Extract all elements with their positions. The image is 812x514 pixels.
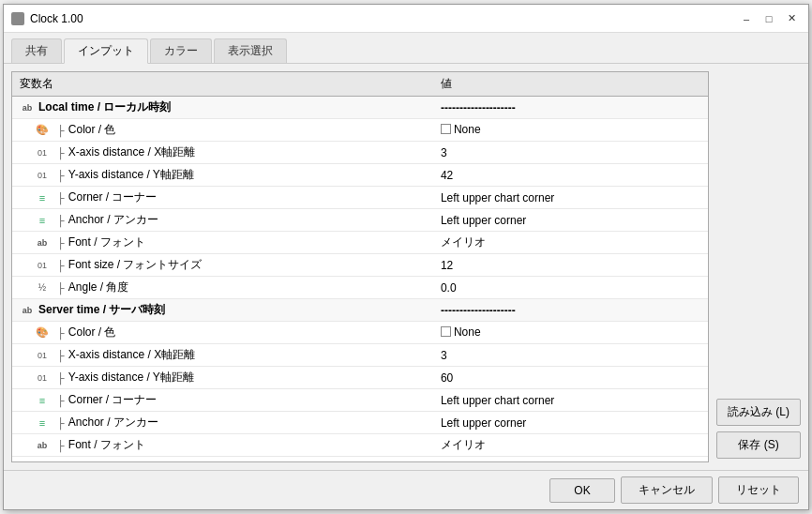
table-row[interactable]: 🎨├Color / 色None <box>12 322 708 344</box>
table-row[interactable]: 01├Y-axis distance / Y軸距離42 <box>12 164 708 187</box>
cell-value: 12 <box>433 457 708 463</box>
table-row[interactable]: 01├Font size / フォントサイズ12 <box>12 457 708 463</box>
cancel-button[interactable]: キャンセル <box>621 476 713 504</box>
table-row[interactable]: ab├Font / フォントメイリオ <box>12 434 708 457</box>
cell-name: abLocal time / ローカル時刻 <box>12 97 433 119</box>
table-header-row: 変数名 値 <box>12 72 708 97</box>
cell-name: ab├Font / フォント <box>12 232 433 254</box>
table-row[interactable]: 01├Font size / フォントサイズ12 <box>12 254 708 277</box>
table-row[interactable]: 01├X-axis distance / X軸距離3 <box>12 344 708 367</box>
window-title: Clock 1.00 <box>30 12 83 25</box>
content-area: 変数名 値 abLocal time / ローカル時刻-------------… <box>4 64 808 470</box>
cell-value: Left upper corner <box>433 209 708 232</box>
cell-value: Left upper chart corner <box>433 389 708 412</box>
cell-value: -------------------- <box>433 97 708 119</box>
cell-name: 🎨├Color / 色 <box>12 119 433 142</box>
cell-name: ≡├Corner / コーナー <box>12 389 433 412</box>
table-row[interactable]: ≡├Anchor / アンカーLeft upper corner <box>12 412 708 434</box>
main-window: Clock 1.00 – □ ✕ 共有 インプット カラー 表示選択 変数名 値 <box>3 4 809 510</box>
footer: OK キャンセル リセット <box>4 470 808 509</box>
titlebar: Clock 1.00 – □ ✕ <box>4 5 808 33</box>
tab-display[interactable]: 表示選択 <box>214 38 287 63</box>
cell-value: 3 <box>433 344 708 367</box>
tab-share[interactable]: 共有 <box>11 38 62 63</box>
titlebar-controls: – □ ✕ <box>737 10 801 27</box>
cell-value: 12 <box>433 254 708 277</box>
cell-name: abServer time / サーバ時刻 <box>12 299 433 322</box>
cell-name: 01├Font size / フォントサイズ <box>12 457 433 463</box>
ok-button[interactable]: OK <box>549 478 615 503</box>
table-row[interactable]: abLocal time / ローカル時刻-------------------… <box>12 97 708 119</box>
col-name-header: 変数名 <box>12 72 433 97</box>
cell-name: 01├X-axis distance / X軸距離 <box>12 344 433 367</box>
table-row[interactable]: ≡├Corner / コーナーLeft upper chart corner <box>12 389 708 412</box>
cell-name: ≡├Anchor / アンカー <box>12 209 433 232</box>
cell-name: ≡├Corner / コーナー <box>12 187 433 209</box>
titlebar-left: Clock 1.00 <box>11 12 83 25</box>
close-button[interactable]: ✕ <box>782 10 801 27</box>
cell-name: 01├Font size / フォントサイズ <box>12 254 433 277</box>
cell-name: ab├Font / フォント <box>12 434 433 457</box>
cell-name: 🎨├Color / 色 <box>12 322 433 344</box>
maximize-button[interactable]: □ <box>759 10 778 27</box>
cell-name: ½├Angle / 角度 <box>12 277 433 299</box>
cell-value: メイリオ <box>433 232 708 254</box>
cell-value: 42 <box>433 164 708 187</box>
cell-name: ≡├Anchor / アンカー <box>12 412 433 434</box>
table-row[interactable]: 01├Y-axis distance / Y軸距離60 <box>12 367 708 389</box>
save-button[interactable]: 保存 (S) <box>716 431 801 459</box>
table-row[interactable]: 01├X-axis distance / X軸距離3 <box>12 142 708 164</box>
reset-button[interactable]: リセット <box>718 476 799 504</box>
cell-value: None <box>433 119 708 142</box>
cell-value: None <box>433 322 708 344</box>
minimize-button[interactable]: – <box>737 10 756 27</box>
app-icon <box>11 12 24 25</box>
cell-value: Left upper chart corner <box>433 187 708 209</box>
table-row[interactable]: ½├Angle / 角度0.0 <box>12 277 708 299</box>
variable-table-container: 変数名 値 abLocal time / ローカル時刻-------------… <box>11 71 709 462</box>
variable-table: 変数名 値 abLocal time / ローカル時刻-------------… <box>12 72 708 462</box>
tab-input[interactable]: インプット <box>64 38 148 64</box>
load-button[interactable]: 読み込み (L) <box>716 399 801 426</box>
cell-value: 60 <box>433 367 708 389</box>
table-row[interactable]: ≡├Anchor / アンカーLeft upper corner <box>12 209 708 232</box>
cell-value: メイリオ <box>433 434 708 457</box>
table-row[interactable]: 🎨├Color / 色None <box>12 119 708 142</box>
cell-value: 0.0 <box>433 277 708 299</box>
table-row[interactable]: ab├Font / フォントメイリオ <box>12 232 708 254</box>
tab-bar: 共有 インプット カラー 表示選択 <box>4 33 808 64</box>
table-row[interactable]: abServer time / サーバ時刻-------------------… <box>12 299 708 322</box>
table-row[interactable]: ≡├Corner / コーナーLeft upper chart corner <box>12 187 708 209</box>
cell-name: 01├Y-axis distance / Y軸距離 <box>12 164 433 187</box>
cell-name: 01├X-axis distance / X軸距離 <box>12 142 433 164</box>
cell-value: -------------------- <box>433 299 708 322</box>
side-buttons-panel: 読み込み (L) 保存 (S) <box>716 71 801 462</box>
col-value-header: 値 <box>433 72 708 97</box>
cell-value: 3 <box>433 142 708 164</box>
tab-color[interactable]: カラー <box>150 38 212 63</box>
cell-name: 01├Y-axis distance / Y軸距離 <box>12 367 433 389</box>
cell-value: Left upper corner <box>433 412 708 434</box>
